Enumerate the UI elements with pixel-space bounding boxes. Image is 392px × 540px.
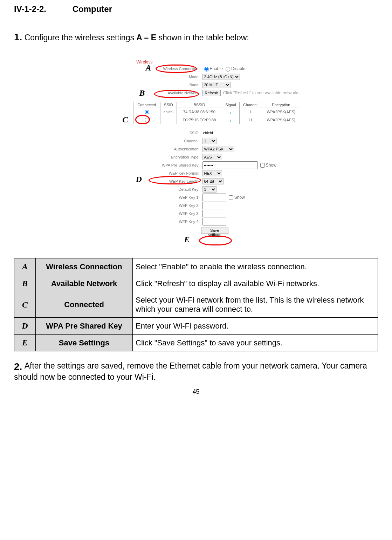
show-psk-label: Show: [266, 163, 276, 168]
auth-select[interactable]: WPA2 PSK: [202, 146, 234, 152]
mode-select[interactable]: 2.4GHz (B+G+N): [202, 74, 240, 80]
channel-label: Channel:: [63, 139, 202, 143]
wep1-input[interactable]: [202, 194, 226, 201]
cell-enc-0: WPA2PSK(AES): [261, 108, 301, 116]
wep4-label: WEP Key 4:: [63, 220, 202, 224]
desc-row-D: D WPA Pre Shared Key Enter your Wi-Fi pa…: [14, 318, 378, 335]
callout-E: E: [184, 235, 190, 244]
show-psk-checkbox[interactable]: [260, 163, 265, 168]
wc-enable-radio[interactable]: [204, 67, 209, 72]
psk-input[interactable]: [202, 161, 258, 169]
step-2-text: After the settings are saved, remove the…: [14, 361, 367, 382]
band-label: Band:: [63, 83, 202, 87]
cell-ssid-0: chichi: [160, 108, 177, 116]
desc-name-E: Save Settings: [36, 335, 133, 351]
page-number: 45: [14, 388, 378, 396]
ssid-label: SSID:: [63, 131, 202, 135]
callout-B: B: [139, 88, 145, 98]
wep3-input[interactable]: [202, 210, 226, 217]
wep2-label: WEP Key 2:: [63, 203, 202, 208]
callout-D: D: [136, 175, 142, 184]
show-wep1-label: Show: [234, 195, 245, 200]
desc-key-E: E: [14, 335, 36, 351]
desc-row-C: C Connected Select your Wi-Fi network fr…: [14, 292, 378, 318]
cell-enc-1: WPA2PSK(AES): [261, 116, 301, 124]
desc-text-C: Select your Wi-Fi network from the list.…: [133, 292, 378, 318]
auth-label: Authentication:: [63, 147, 202, 151]
cell-channel-1: 11: [239, 116, 261, 124]
wc-disable-radio[interactable]: [226, 67, 230, 72]
refresh-hint: Click "Refresh" to see available network…: [223, 90, 300, 95]
step-1-text-post: shown in the table below:: [156, 33, 249, 42]
net-select-radio-0[interactable]: [145, 110, 149, 114]
desc-text-D: Enter your Wi-Fi password.: [133, 318, 378, 335]
wep4-input[interactable]: [202, 218, 226, 225]
step-1-text-pre: Configure the wireless settings: [25, 33, 137, 42]
wep3-label: WEP Key 3:: [63, 211, 202, 216]
wc-enable-text: Enable: [210, 66, 223, 71]
cell-channel-0: 1: [239, 108, 261, 116]
cell-signal-0: [222, 108, 239, 116]
cell-bssid-1: FC:75:16:EC:F9:88: [177, 116, 222, 124]
psk-label: WPA Pre Shared Key:: [63, 163, 202, 167]
net-select-radio-1[interactable]: [145, 118, 149, 122]
step-2: 2. After the settings are saved, remove …: [14, 361, 378, 382]
description-table: A Wireless Connection Select "Enable" to…: [14, 258, 378, 351]
desc-key-B: B: [14, 275, 36, 292]
wireless-settings-screenshot: Wireless A B C D E Wireless Connection: …: [63, 60, 329, 237]
save-settings-button[interactable]: Save settings: [201, 228, 228, 234]
band-select[interactable]: 20 MHZ: [202, 82, 231, 88]
section-heading: IV-1-2-2. Computer: [14, 4, 378, 14]
network-list-table: Connected SSID BSSID Signal Channel Encr…: [133, 102, 301, 124]
wireless-header: Wireless: [137, 60, 329, 65]
weplen-label: WEP Key Length:: [63, 179, 202, 183]
weplen-select[interactable]: 64-Bit: [202, 178, 223, 184]
available-network-label: Available Network:: [63, 91, 202, 95]
desc-row-B: B Available Network Click "Refresh" to d…: [14, 275, 378, 292]
th-ssid: SSID: [160, 102, 177, 108]
desc-text-B: Click "Refresh" to display all available…: [133, 275, 378, 292]
callout-C: C: [123, 115, 128, 124]
desc-text-A: Select "Enable" to enable the wireless c…: [133, 258, 378, 275]
th-bssid: BSSID: [177, 102, 222, 108]
th-connected: Connected: [133, 102, 160, 108]
wepfmt-select[interactable]: HEX: [202, 170, 222, 176]
enc-label: Encryption Type:: [63, 155, 202, 159]
cell-signal-1: [222, 116, 239, 124]
mode-label: Mode:: [63, 75, 202, 79]
cell-ssid-1: [160, 116, 177, 124]
desc-key-A: A: [14, 258, 36, 275]
wepfmt-label: WEP Key Format:: [63, 171, 202, 175]
desc-name-C: Connected: [36, 292, 133, 318]
th-channel: Channel: [239, 102, 261, 108]
defkey-select[interactable]: 1: [202, 186, 216, 193]
section-number: IV-1-2-2.: [14, 4, 70, 14]
enc-select[interactable]: AES: [202, 154, 222, 160]
cell-bssid-0: 74:DA:38:03:61:50: [177, 108, 222, 116]
ring-E: [199, 236, 232, 245]
desc-name-B: Available Network: [36, 275, 133, 292]
desc-row-A: A Wireless Connection Select "Enable" to…: [14, 258, 378, 275]
desc-name-A: Wireless Connection: [36, 258, 133, 275]
table-row[interactable]: chichi 74:DA:38:03:61:50 1 WPA2PSK(AES): [133, 108, 301, 116]
table-header-row: Connected SSID BSSID Signal Channel Encr…: [133, 102, 301, 108]
th-encryption: Encryption: [261, 102, 301, 108]
desc-text-E: Click "Save Settings" to save your setti…: [133, 335, 378, 351]
wep2-input[interactable]: [202, 202, 226, 209]
wc-label: Wireless Connection:: [63, 67, 202, 71]
desc-name-D: WPA Pre Shared Key: [36, 318, 133, 335]
show-wep1-checkbox[interactable]: [229, 195, 233, 200]
defkey-label: Default Key:: [63, 187, 202, 191]
channel-select[interactable]: 1: [202, 138, 216, 144]
wc-disable-text: Disable: [231, 66, 245, 71]
step-1: 1. Configure the wireless settings A – E…: [14, 32, 378, 43]
desc-key-D: D: [14, 318, 36, 335]
refresh-button[interactable]: Refresh: [202, 90, 221, 96]
step-1-bold: A – E: [136, 33, 156, 42]
section-title-text: Computer: [73, 4, 112, 14]
desc-row-E: E Save Settings Click "Save Settings" to…: [14, 335, 378, 351]
step-1-number: 1.: [14, 32, 22, 42]
wep1-label: WEP Key 1:: [63, 195, 202, 200]
callout-A: A: [146, 63, 151, 73]
table-row[interactable]: FC:75:16:EC:F9:88 11 WPA2PSK(AES): [133, 116, 301, 124]
